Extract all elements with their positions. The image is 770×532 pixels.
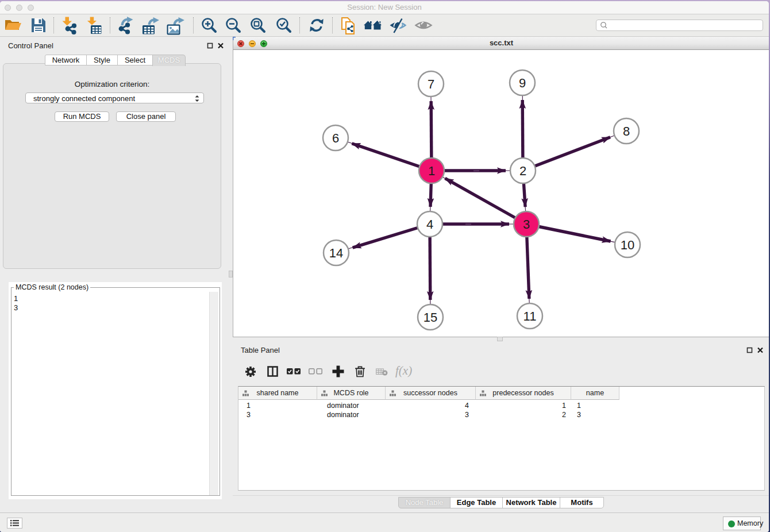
svg-text:4: 4 xyxy=(426,217,433,232)
svg-text:15: 15 xyxy=(424,310,437,325)
svg-text:8: 8 xyxy=(623,124,630,138)
svg-text:2: 2 xyxy=(519,164,526,178)
svg-text:6: 6 xyxy=(332,131,339,145)
svg-text:7: 7 xyxy=(428,77,434,91)
svg-text:14: 14 xyxy=(329,246,343,260)
svg-text:3: 3 xyxy=(523,217,530,232)
svg-text:9: 9 xyxy=(519,76,526,90)
svg-text:10: 10 xyxy=(621,238,634,252)
svg-text:1: 1 xyxy=(428,164,435,178)
svg-text:11: 11 xyxy=(523,309,537,323)
